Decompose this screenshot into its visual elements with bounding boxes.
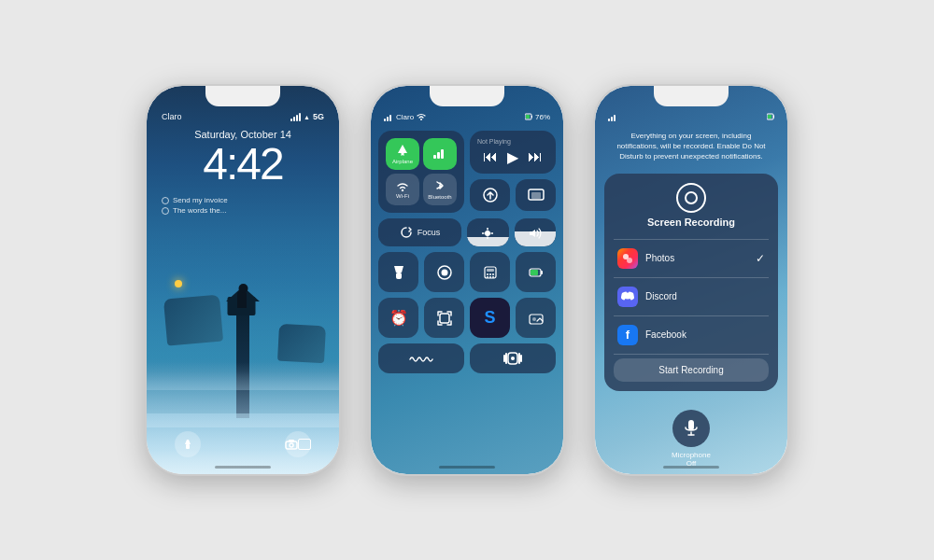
alarm-tile[interactable]: ⏰ (378, 298, 418, 338)
lockscreen-time: 4:42 (147, 142, 339, 187)
sr-divider-3 (614, 315, 769, 316)
svg-rect-41 (768, 115, 771, 119)
svg-rect-33 (531, 270, 538, 275)
sr-status-bar (595, 86, 787, 127)
svg-marker-1 (185, 440, 191, 444)
photos-checkmark: ✓ (756, 252, 765, 265)
cc-signal-icon (384, 112, 391, 121)
svg-rect-24 (487, 269, 494, 272)
svg-point-38 (511, 357, 515, 360)
connectivity-tile: Airplane (378, 131, 464, 213)
microphone-area: Microphone Off (595, 410, 787, 468)
svg-rect-9 (437, 152, 440, 159)
play-pause-icon[interactable]: ▶ (507, 148, 518, 166)
sr-signal-icon (608, 112, 616, 121)
svg-point-30 (492, 276, 494, 278)
control-center-grid: Airplane (371, 127, 563, 377)
sr-dot (685, 191, 698, 204)
svg-rect-40 (773, 116, 774, 119)
phone-3-screen-recording: Everything on your screen, including not… (593, 84, 789, 476)
facebook-f-letter: f (626, 328, 630, 342)
sr-record-button-icon (676, 183, 706, 213)
home-bar-1 (215, 466, 271, 469)
cellular-toggle[interactable] (423, 138, 457, 170)
sr-divider-2 (614, 277, 769, 278)
discord-app-name: Discord (645, 291, 765, 301)
cc-carrier: Claro (396, 113, 414, 121)
svg-rect-46 (688, 420, 694, 430)
sr-app-discord[interactable]: Discord (614, 282, 769, 312)
sr-app-photos[interactable]: Photos ✓ (614, 244, 769, 273)
screen-mirror-tile[interactable] (516, 179, 556, 211)
sr-description: Everything on your screen, including not… (595, 127, 787, 166)
flashlight-tile[interactable] (378, 252, 418, 292)
svg-point-44 (624, 295, 627, 298)
signal-icon (290, 112, 301, 121)
bluetooth-toggle[interactable]: Bluetooth (423, 174, 457, 205)
soundcloud-tile[interactable] (378, 343, 464, 373)
svg-point-29 (489, 276, 491, 278)
camera-icon[interactable] (285, 431, 311, 457)
torch-icon[interactable] (175, 431, 201, 457)
photo-widget-tile[interactable] (516, 298, 556, 338)
photos-app-name: Photos (645, 253, 748, 263)
facebook-app-icon: f (617, 325, 638, 345)
svg-point-15 (485, 231, 490, 236)
lockscreen-widgets: Send my invoice The words the... (147, 187, 339, 224)
microphone-button[interactable] (672, 410, 710, 447)
svg-rect-7 (526, 115, 530, 119)
svg-point-27 (492, 273, 494, 275)
cc-wifi-icon (417, 113, 426, 120)
wifi-label: Wi-Fi (396, 193, 409, 199)
microphone-status: Microphone Off (672, 451, 711, 468)
facebook-app-name: Facebook (645, 329, 765, 340)
lockscreen-status: Claro ▲ 5G (147, 86, 339, 125)
phone-1-lockscreen: Claro ▲ 5G Saturday, October 14 4:42 (145, 84, 341, 476)
widget-icon-2 (162, 207, 169, 215)
phone-2-control-center: Claro 76% (369, 84, 565, 476)
media-controls[interactable]: ⏮ ▶ ⏭ (477, 148, 548, 166)
next-track-icon[interactable]: ⏭ (528, 148, 543, 166)
battery-widget-tile[interactable] (516, 252, 556, 292)
svg-point-22 (441, 269, 447, 275)
airdrop-tile[interactable] (470, 179, 510, 211)
cc-battery-icon (525, 113, 532, 120)
focus-label: Focus (417, 228, 441, 237)
prev-track-icon[interactable]: ⏮ (483, 148, 498, 166)
network-type: 5G (313, 112, 324, 121)
volume-tile[interactable] (515, 218, 557, 246)
svg-rect-8 (433, 155, 436, 159)
shazam-tile[interactable]: S (470, 298, 510, 338)
svg-point-28 (487, 276, 488, 278)
cc-battery-pct: 76% (535, 113, 550, 121)
focus-tile[interactable]: Focus (378, 218, 461, 246)
svg-point-36 (532, 317, 536, 321)
sr-panel-title: Screen Recording (647, 217, 735, 228)
svg-point-43 (627, 258, 632, 263)
svg-rect-6 (531, 116, 532, 118)
screenshot-tile[interactable] (424, 298, 464, 338)
sr-panel-header: Screen Recording (614, 183, 769, 235)
svg-rect-34 (440, 314, 449, 323)
svg-point-25 (487, 273, 488, 275)
screen-record-tile[interactable] (424, 252, 464, 292)
brightness-tile[interactable] (467, 218, 509, 246)
svg-point-45 (629, 295, 631, 298)
sr-battery-icon (767, 113, 774, 120)
calculator-tile[interactable] (470, 252, 510, 292)
sr-divider (614, 239, 769, 240)
airplane-mode-toggle[interactable]: Airplane (386, 138, 419, 170)
svg-point-3 (290, 443, 293, 447)
photos-app-icon (617, 248, 638, 269)
discord-app-icon (617, 287, 638, 307)
start-recording-button[interactable]: Start Recording (614, 358, 769, 382)
sr-divider-4 (614, 354, 769, 355)
wifi-status: ▲ (304, 114, 310, 120)
svg-rect-4 (289, 440, 294, 442)
vibration-tile[interactable] (470, 343, 556, 373)
sr-app-facebook[interactable]: f Facebook (614, 320, 769, 350)
widget-text-2: The words the... (173, 206, 226, 215)
svg-rect-32 (541, 271, 543, 274)
cc-status-bar: Claro 76% (371, 86, 563, 127)
wifi-toggle[interactable]: Wi-Fi (386, 174, 419, 205)
